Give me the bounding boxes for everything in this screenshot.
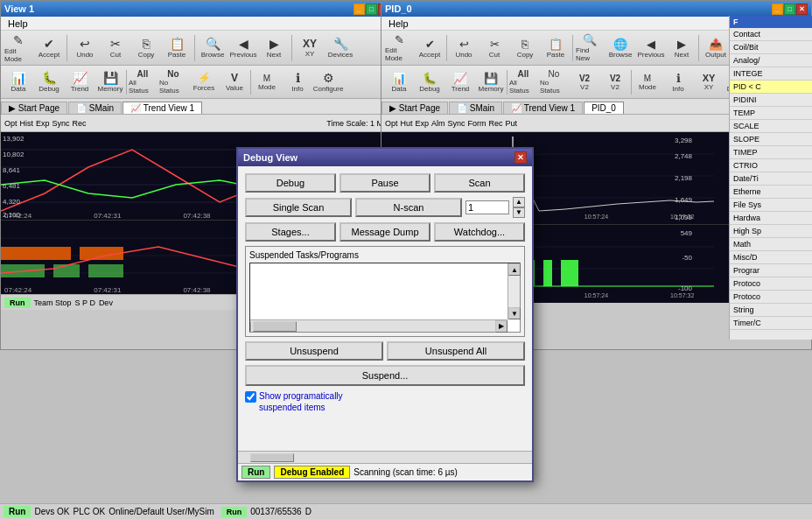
info-btn-r[interactable]: ℹInfo <box>663 66 693 99</box>
panel-pid[interactable]: PID < C <box>730 81 812 94</box>
next-btn[interactable]: ▶Next <box>259 30 289 67</box>
accept-btn[interactable]: ✔Accept <box>34 30 64 67</box>
v2-btn2[interactable]: V2V2 <box>600 66 630 99</box>
panel-scale[interactable]: SCALE <box>730 120 812 133</box>
all-status-btn[interactable]: AllAll Status <box>128 64 158 101</box>
tab-pid0-right[interactable]: PID_0 <box>584 102 624 114</box>
opt-btn[interactable]: Opt <box>4 119 18 128</box>
tab-trend-view-left[interactable]: 📈 Trend View 1 <box>122 102 202 114</box>
panel-contact[interactable]: Contact <box>730 28 812 41</box>
help-menu-left[interactable]: Help <box>4 18 32 29</box>
cut-btn[interactable]: ✂Cut <box>101 30 130 67</box>
tab-smain-left[interactable]: 📄 SMain <box>68 102 122 114</box>
memory-btn[interactable]: 💾Memory <box>95 64 125 101</box>
pause-btn[interactable]: Pause <box>340 173 430 193</box>
info-btn[interactable]: ℹInfo <box>283 64 312 101</box>
copy-btn[interactable]: ⎘Copy <box>131 30 161 67</box>
v2-btn[interactable]: V2V2 <box>570 66 599 99</box>
trend-btn[interactable]: 📈Trend <box>65 64 94 101</box>
rec-btn[interactable]: Rec <box>73 119 87 128</box>
panel-date[interactable]: Date/Ti <box>730 172 812 186</box>
show-suspended-checkbox[interactable] <box>245 391 256 403</box>
panel-proto2[interactable]: Protoco <box>730 291 812 304</box>
dialog-hscroll-thumb[interactable] <box>250 453 294 462</box>
panel-timer[interactable]: Timer/C <box>730 317 812 330</box>
debug-btn[interactable]: 🐛Debug <box>34 64 64 101</box>
maximize-btn-right[interactable]: □ <box>784 4 795 15</box>
panel-string[interactable]: String <box>730 304 812 317</box>
vscroll-up-arrow[interactable]: ▲ <box>508 263 521 276</box>
no-status-btn[interactable]: NoNo Status <box>158 64 188 101</box>
panel-coil[interactable]: Coil/Bit <box>730 41 812 54</box>
close-btn-right[interactable]: ✕ <box>796 4 808 15</box>
mode-btn[interactable]: MMode <box>252 64 282 101</box>
undo-btn[interactable]: ↩Undo <box>70 30 100 67</box>
hist-btn[interactable]: Hist <box>20 119 34 128</box>
data-btn-r[interactable]: 📊Data <box>384 66 414 99</box>
debug-dialog-close-btn[interactable]: ✕ <box>514 151 527 164</box>
tab-trend-view-right[interactable]: 📈 Trend View 1 <box>503 102 583 114</box>
suspend-btn[interactable]: Suspend... <box>245 365 525 386</box>
paste-btn-r[interactable]: 📋Paste <box>541 31 570 66</box>
configure-btn[interactable]: ⚙Configure <box>313 64 343 101</box>
output-btn-r[interactable]: 📤Output <box>701 31 731 66</box>
hut-btn-r[interactable]: Hut <box>401 119 413 128</box>
panel-timep[interactable]: TIMEP <box>730 146 812 159</box>
unsuspend-all-btn[interactable]: Unsuspend All <box>387 341 525 361</box>
panel-misc[interactable]: Misc/D <box>730 251 812 264</box>
xy-btn-r[interactable]: XYXY <box>694 66 724 99</box>
watchdog-btn[interactable]: Watchdog... <box>434 222 525 242</box>
forces-btn[interactable]: ⚡Forces <box>189 64 219 101</box>
trend-btn-r[interactable]: 📈Trend <box>445 66 475 99</box>
stages-btn[interactable]: Stages... <box>245 222 336 242</box>
no-status-btn-r[interactable]: NoNo Status <box>539 66 569 99</box>
unsuspend-btn[interactable]: Unsuspend <box>245 341 383 361</box>
panel-ctrio[interactable]: CTRIO <box>730 159 812 172</box>
put-btn-r[interactable]: Put <box>506 119 518 128</box>
panel-file[interactable]: File Sys <box>730 199 812 212</box>
xy-btn[interactable]: XYXY <box>295 30 325 67</box>
panel-ethernet[interactable]: Etherne <box>730 186 812 199</box>
value-btn[interactable]: VValue <box>220 64 249 101</box>
nscan-btn[interactable]: N-scan <box>355 198 462 217</box>
minimize-btn-left[interactable]: _ <box>354 4 365 15</box>
scan-btn[interactable]: Scan <box>434 173 525 193</box>
dialog-hscrollbar[interactable] <box>238 451 532 463</box>
panel-proto1[interactable]: Protoco <box>730 277 812 291</box>
exp-btn[interactable]: Exp <box>36 119 50 128</box>
copy-btn-r[interactable]: ⎘Copy <box>510 31 540 66</box>
tab-start-page-right[interactable]: ▶ Start Page <box>382 102 448 114</box>
exp-btn-r[interactable]: Exp <box>416 119 430 128</box>
hscroll-right-arrow[interactable]: ▶ <box>495 320 508 333</box>
opt-btn-r[interactable]: Opt <box>385 119 398 128</box>
maximize-btn-left[interactable]: □ <box>366 4 377 15</box>
paste-btn[interactable]: 📋Paste <box>162 30 192 67</box>
next-btn-r[interactable]: ▶Next <box>667 31 696 66</box>
edit-mode-btn[interactable]: ✎Edit Mode <box>4 30 33 67</box>
tab-smain-right[interactable]: 📄 SMain <box>449 102 502 114</box>
browse-btn[interactable]: 🔍Browse <box>198 30 228 67</box>
data-btn[interactable]: 📊Data <box>4 64 33 101</box>
panel-temp[interactable]: TEMP <box>730 107 812 120</box>
minimize-btn-right[interactable]: _ <box>772 4 783 15</box>
cut-btn-r[interactable]: ✂Cut <box>480 31 509 66</box>
panel-program[interactable]: Prograr <box>730 264 812 277</box>
panel-pidini[interactable]: PIDINI <box>730 94 812 107</box>
all-status-btn-r[interactable]: AllAll Status <box>508 66 538 99</box>
browse-btn-r[interactable]: 🌐Browse <box>606 31 635 66</box>
rec-btn-r[interactable]: Rec <box>489 119 503 128</box>
sync-btn[interactable]: Sync <box>52 119 70 128</box>
panel-intege[interactable]: INTEGE <box>730 67 812 81</box>
hscroll-thumb[interactable] <box>253 321 297 332</box>
edit-mode-btn-r[interactable]: ✎Edit Mode <box>384 31 414 66</box>
panel-math[interactable]: Math <box>730 238 812 251</box>
accept-btn-r[interactable]: ✔Accept <box>415 31 444 66</box>
panel-highsp[interactable]: High Sp <box>730 225 812 238</box>
mode-btn-r[interactable]: MMode <box>633 66 662 99</box>
panel-slope[interactable]: SLOPE <box>730 133 812 146</box>
list-hscrollbar[interactable]: ▶ <box>250 319 508 332</box>
alm-btn-r[interactable]: Alm <box>431 119 445 128</box>
prev-btn-r[interactable]: ◀Previous <box>636 31 666 66</box>
panel-analog[interactable]: Analog/ <box>730 54 812 67</box>
debug-action-btn[interactable]: Debug <box>245 173 336 193</box>
